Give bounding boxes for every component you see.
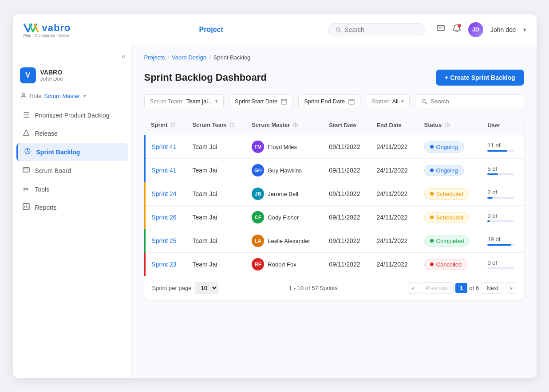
status-dot <box>430 239 434 243</box>
status-badge: Ongoing <box>424 165 464 176</box>
role-chevron[interactable]: ▾ <box>83 93 86 99</box>
sprint-table: Sprint ⓘ Scrum Team ⓘ Scrum Master ⓘ Sta… <box>144 115 524 300</box>
status-badge: Ongoing <box>424 141 464 153</box>
start-date-filter[interactable]: Sprint Start Date <box>229 94 293 108</box>
progress-bar-wrap <box>487 267 514 269</box>
status-badge: Scheduled <box>424 212 469 223</box>
status-dot <box>430 216 434 219</box>
sidebar-item-label: Reports <box>35 204 57 211</box>
user-role-icon <box>20 92 27 99</box>
start-date-cell: 09/11/2022 <box>323 135 370 159</box>
table-search-input[interactable] <box>431 98 517 105</box>
pagination: Sprint per page 10 25 50 1 - 10 of 57 Sp… <box>144 276 524 300</box>
current-page: 1 <box>455 283 467 293</box>
sprint-link[interactable]: Sprint 25 <box>152 237 177 244</box>
create-sprint-backlog-button[interactable]: + Create Sprint Backlog <box>436 70 524 86</box>
status-badge: Cancelled <box>424 259 468 270</box>
prev-arrow-button[interactable]: ‹ <box>408 282 418 294</box>
status-filter-value: All <box>392 98 398 105</box>
next-button[interactable]: Next <box>481 282 504 294</box>
sidebar-collapse-button[interactable]: « <box>122 52 126 60</box>
progress-bar <box>487 173 498 175</box>
user-cell: 0 of <box>481 253 524 276</box>
status-filter-label: Status: <box>371 98 389 105</box>
end-date-filter[interactable]: Sprint End Date <box>298 94 360 108</box>
sidebar-user-section: V VABRO John Doe <box>13 64 131 90</box>
end-date-label: Sprint End Date <box>304 98 345 105</box>
calendar-icon-2 <box>348 98 355 105</box>
scrum-team-filter[interactable]: Scrum Team: Team jai... ▾ <box>144 94 224 108</box>
user-count: 0 of <box>487 212 517 219</box>
scrum-master-cell: GH Guy Hawkins <box>245 159 323 182</box>
team-cell: Team Jai <box>186 135 245 159</box>
sidebar-item-tools[interactable]: ✂ Tools <box>16 180 128 198</box>
logo: vabro Plan · Collaborate · Deliver <box>24 22 95 38</box>
per-page-select[interactable]: 10 25 50 <box>195 282 218 294</box>
total-pages: 6 <box>476 285 479 291</box>
progress-bar-wrap <box>487 150 514 152</box>
status-cell: Ongoing <box>418 159 482 182</box>
status-dot <box>430 169 434 172</box>
next-arrow-button[interactable]: › <box>506 282 516 294</box>
end-date-cell: 24/11/2022 <box>370 159 418 182</box>
table-row: Sprint 23 Team Jai RF Robert Fox 09/11/2… <box>145 253 524 276</box>
sidebar-item-scrum-board[interactable]: Scrum Board <box>16 162 128 180</box>
user-cell: 0 of <box>481 206 524 229</box>
sprint-link[interactable]: Sprint 23 <box>152 261 177 268</box>
breadcrumb: Projects / Vabro Design / Sprint Backlog <box>144 54 524 61</box>
prev-button[interactable]: Previous <box>420 282 454 294</box>
tools-icon: ✂ <box>22 185 31 193</box>
svg-rect-5 <box>23 168 29 172</box>
sprint-link[interactable]: Sprint 24 <box>152 190 177 197</box>
col-sprint: Sprint ⓘ <box>145 115 186 135</box>
progress-bar <box>487 220 490 222</box>
notification-icon-button[interactable] <box>452 24 461 35</box>
user-menu-chevron[interactable]: ▾ <box>523 27 526 33</box>
search-input[interactable] <box>344 26 418 33</box>
status-badge: Completed <box>424 235 470 247</box>
sprint-link[interactable]: Sprint 26 <box>152 214 177 221</box>
sidebar-user-label: John Doe <box>40 76 63 82</box>
role-label: Role <box>30 93 42 99</box>
user-count: 0 of <box>487 259 517 266</box>
sidebar-item-label: Release <box>35 130 58 137</box>
status-filter[interactable]: Status: All ▾ <box>366 94 410 108</box>
table-row: Sprint 24 Team Jai JB Jerome Bell 09/11/… <box>145 182 524 206</box>
status-dot <box>430 192 434 196</box>
progress-bar-wrap <box>487 173 514 175</box>
team-filter-label: Scrum Team: <box>150 98 184 105</box>
status-filter-chevron: ▾ <box>401 98 404 104</box>
sprint-link[interactable]: Sprint 41 <box>152 167 177 174</box>
breadcrumb-vabro-design[interactable]: Vabro Design <box>172 54 206 61</box>
sidebar-item-release[interactable]: Release <box>16 125 128 142</box>
sidebar-item-prioritized-backlog[interactable]: ☰ Prioritized Product Backlog <box>16 106 128 124</box>
sprint-icon <box>23 148 32 157</box>
team-cell: Team Jai <box>186 159 245 182</box>
end-date-cell: 24/11/2022 <box>370 182 418 206</box>
col-scrum-team: Scrum Team ⓘ <box>186 115 245 135</box>
sm-name: Jerome Bell <box>268 191 298 197</box>
page-of-label: of <box>469 285 474 291</box>
col-status: Status ⓘ <box>418 115 482 135</box>
messages-icon-button[interactable] <box>436 24 445 35</box>
sm-avatar: FM <box>252 141 264 153</box>
table-search-box[interactable] <box>415 94 524 108</box>
start-date-cell: 09/11/2022 <box>323 206 370 229</box>
status-dot <box>430 263 434 266</box>
sprint-link[interactable]: Sprint 41 <box>152 143 177 150</box>
filters-row: Scrum Team: Team jai... ▾ Sprint Start D… <box>144 94 524 108</box>
end-date-cell: 24/11/2022 <box>370 253 418 276</box>
page-info: 1 - 10 of 57 Sprints <box>289 285 338 291</box>
calendar-icon <box>281 98 287 105</box>
breadcrumb-projects[interactable]: Projects <box>144 54 165 61</box>
sm-name: Cody Fisher <box>268 214 299 221</box>
sidebar-avatar: V <box>20 67 36 83</box>
team-cell: Team Jai <box>186 182 245 206</box>
sidebar-item-reports[interactable]: Reports <box>16 199 128 216</box>
logo-text: vabro <box>42 22 71 34</box>
sidebar-item-sprint-backlog[interactable]: Sprint Backlog <box>16 143 128 161</box>
header-search-box[interactable] <box>328 23 426 36</box>
logo-sub: Plan · Collaborate · Deliver <box>24 33 71 38</box>
team-filter-value: Team jai... <box>186 98 213 105</box>
team-cell: Team Jai <box>186 206 245 229</box>
